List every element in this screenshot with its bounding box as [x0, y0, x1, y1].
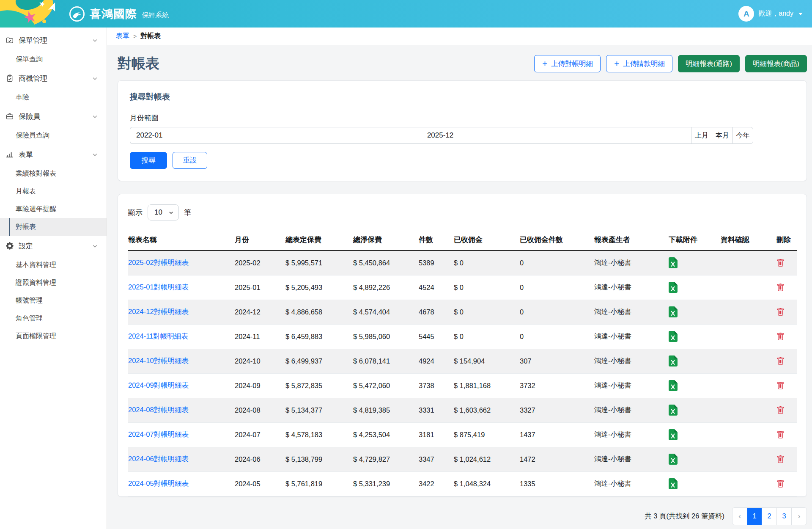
excel-download-icon[interactable]	[669, 429, 678, 440]
pager-page-1[interactable]: 1	[747, 508, 762, 525]
this-month-button[interactable]: 本月	[712, 127, 732, 144]
sidebar-item-policy-management[interactable]: 保單管理	[0, 30, 107, 50]
report-link[interactable]: 2024-08對帳明細表	[128, 406, 189, 413]
excel-download-icon[interactable]	[669, 405, 678, 416]
delete-icon[interactable]	[776, 455, 785, 463]
excel-download-icon[interactable]	[669, 380, 678, 391]
this-year-button[interactable]: 今年	[732, 127, 753, 144]
sidebar: 保單管理保單查詢商機管理車險保險員保險員查詢表單業績核對報表月報表車險週年提醒對…	[0, 28, 107, 529]
page-content: 對帳表 上傳對帳明細 上傳請款明細 明細報表(通路) 明細報表(商品)	[107, 45, 812, 529]
data-confirm-cell	[721, 398, 776, 422]
net-premium-cell: $ 5,985,060	[353, 324, 419, 349]
report-link[interactable]: 2024-11對帳明細表	[128, 332, 188, 340]
sidebar-item-reconciliation-statement[interactable]: 對帳表	[0, 218, 107, 236]
excel-download-icon[interactable]	[669, 306, 678, 317]
sidebar-item-role-management[interactable]: 角色管理	[0, 309, 107, 327]
report-link[interactable]: 2024-06對帳明細表	[128, 455, 189, 463]
excel-download-icon[interactable]	[669, 257, 678, 268]
report-link[interactable]: 2024-07對帳明細表	[128, 430, 189, 438]
report-link[interactable]: 2024-10對帳明細表	[128, 357, 189, 364]
net-premium-cell: $ 5,450,864	[353, 251, 419, 275]
producer-cell: 鴻達-小秘書	[594, 300, 669, 324]
pager-next[interactable]: ›	[792, 508, 807, 525]
count-cell: 3422	[419, 471, 454, 496]
search-button[interactable]: 搜尋	[130, 152, 167, 169]
breadcrumb-current: 對帳表	[140, 32, 161, 41]
report-link[interactable]: 2024-12對帳明細表	[128, 308, 189, 315]
breadcrumb-parent-link[interactable]: 表單	[116, 32, 129, 41]
bar-chart-icon	[5, 151, 14, 158]
excel-download-icon[interactable]	[669, 355, 678, 366]
count-cell: 4524	[419, 275, 454, 300]
page-size-select[interactable]: 10	[148, 204, 179, 220]
bird-logo-icon	[69, 6, 85, 22]
sidebar-item-license-data-management[interactable]: 證照資料管理	[0, 274, 107, 292]
excel-download-icon[interactable]	[669, 478, 678, 489]
end-month-input[interactable]	[421, 127, 691, 144]
data-confirm-cell	[721, 324, 776, 349]
excel-download-icon[interactable]	[669, 282, 678, 293]
sidebar-item-policy-search[interactable]: 保單查詢	[0, 50, 107, 68]
gross-premium-cell: $ 4,886,658	[285, 300, 353, 324]
sidebar-item-label: 車險週年提醒	[16, 205, 56, 214]
gross-premium-cell: $ 6,499,937	[285, 349, 353, 373]
excel-download-icon[interactable]	[669, 454, 678, 465]
delete-icon[interactable]	[776, 406, 785, 414]
detail-report-channel-button[interactable]: 明細報表(通路)	[678, 55, 740, 72]
sidebar-item-car-anniversary-reminder[interactable]: 車險週年提醒	[0, 200, 107, 218]
delete-icon[interactable]	[776, 284, 785, 292]
delete-icon[interactable]	[776, 357, 785, 365]
delete-icon[interactable]	[776, 308, 785, 316]
commission-count-cell: 0	[520, 300, 594, 324]
folder-check-icon	[5, 36, 14, 44]
sidebar-item-account-management[interactable]: 帳號管理	[0, 292, 107, 309]
delete-icon[interactable]	[776, 259, 785, 267]
upload-reconciliation-detail-button[interactable]: 上傳對帳明細	[534, 55, 601, 72]
count-cell: 3181	[419, 422, 454, 447]
sidebar-item-page-permission-management[interactable]: 頁面權限管理	[0, 327, 107, 345]
chevron-down-icon	[92, 152, 98, 158]
sidebar-item-label: 保單管理	[19, 36, 47, 45]
sidebar-item-monthly-report[interactable]: 月報表	[0, 182, 107, 200]
report-link[interactable]: 2025-02對帳明細表	[128, 259, 189, 266]
sidebar-item-settings[interactable]: 設定	[0, 236, 107, 256]
delete-icon[interactable]	[776, 382, 785, 390]
month-cell: 2025-01	[235, 275, 285, 300]
pager-prev[interactable]: ‹	[732, 508, 747, 525]
report-link[interactable]: 2024-09對帳明細表	[128, 381, 189, 389]
report-link[interactable]: 2025-01對帳明細表	[128, 283, 189, 291]
table-row: 2024-06對帳明細表2024-06$ 5,138,799$ 4,729,82…	[128, 447, 797, 471]
delete-icon[interactable]	[776, 431, 785, 439]
sidebar-item-forms[interactable]: 表單	[0, 144, 107, 165]
delete-icon[interactable]	[776, 480, 785, 488]
briefcase-icon	[5, 113, 14, 120]
breadcrumb-separator: >	[133, 33, 137, 40]
delete-icon[interactable]	[776, 333, 785, 341]
show-label: 顯示	[128, 208, 143, 218]
brand-subtitle: 保經系統	[142, 8, 169, 20]
sidebar-item-agent[interactable]: 保險員	[0, 106, 107, 127]
sidebar-item-agent-search[interactable]: 保險員查詢	[0, 127, 107, 144]
column-header: 已收佣金	[454, 231, 520, 251]
sidebar-item-label: 對帳表	[16, 223, 36, 231]
column-header: 刪除	[776, 231, 797, 251]
gross-premium-cell: $ 4,578,183	[285, 422, 353, 447]
column-header: 資料確認	[721, 231, 776, 251]
pager-page-3[interactable]: 3	[777, 508, 792, 525]
sidebar-item-label: 車險	[16, 93, 29, 102]
sidebar-item-basic-data-management[interactable]: 基本資料管理	[0, 256, 107, 274]
sidebar-item-opportunity-management[interactable]: 商機管理	[0, 68, 107, 88]
reset-button[interactable]: 重設	[173, 152, 207, 169]
sidebar-item-performance-check-report[interactable]: 業績核對報表	[0, 165, 107, 182]
report-link[interactable]: 2024-05對帳明細表	[128, 479, 189, 487]
last-month-button[interactable]: 上月	[691, 127, 712, 144]
pagination: 共 3 頁(共找到 26 筆資料) ‹123›	[118, 507, 807, 529]
producer-cell: 鴻達-小秘書	[594, 373, 669, 398]
user-menu[interactable]: A 歡迎，andy	[738, 6, 803, 22]
pager-page-2[interactable]: 2	[762, 508, 777, 525]
detail-report-product-button[interactable]: 明細報表(商品)	[745, 55, 807, 72]
excel-download-icon[interactable]	[669, 331, 678, 342]
upload-payment-request-detail-button[interactable]: 上傳請款明細	[606, 55, 672, 72]
start-month-input[interactable]	[130, 127, 421, 144]
sidebar-item-car-insurance[interactable]: 車險	[0, 88, 107, 106]
